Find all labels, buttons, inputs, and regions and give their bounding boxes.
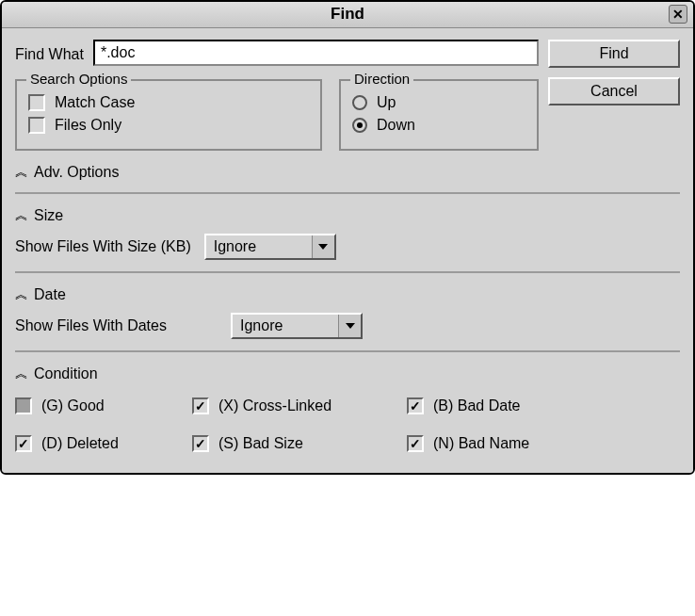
size-heading: Size [34,207,63,224]
direction-legend: Direction [350,71,413,87]
find-dialog: Find ✕ Find What Search Options Match Ca… [0,0,695,475]
dropdown-arrow-icon [312,235,334,258]
files-only-checkbox[interactable] [28,117,45,134]
condition-good-label: (G) Good [41,397,105,414]
separator [15,192,680,194]
condition-badname-label: (N) Bad Name [433,435,529,452]
condition-crosslinked-checkbox[interactable]: ✓ [192,397,209,414]
condition-deleted-checkbox[interactable]: ✓ [15,435,32,452]
close-button[interactable]: ✕ [669,5,687,24]
size-select-value: Ignore [206,238,312,255]
find-button[interactable]: Find [548,40,680,68]
date-toggle[interactable]: ︽ Date [15,286,680,303]
separator [15,350,680,352]
svg-marker-1 [346,323,355,329]
find-what-input[interactable] [93,40,539,66]
search-options-group: Search Options Match Case Files Only [15,79,322,151]
date-select-value: Ignore [233,317,338,334]
condition-baddate-checkbox[interactable]: ✓ [407,397,424,414]
direction-up-radio[interactable] [352,95,367,110]
date-label: Show Files With Dates [15,317,218,334]
chevron-up-icon: ︽ [15,365,26,382]
adv-options-toggle[interactable]: ︽ Adv. Options [15,164,680,181]
condition-heading: Condition [34,365,98,382]
search-options-legend: Search Options [26,71,131,87]
adv-options-label: Adv. Options [34,164,119,181]
separator [15,271,680,273]
dialog-content: Find What Search Options Match Case File… [2,28,693,473]
titlebar: Find ✕ [2,2,693,28]
date-select[interactable]: Ignore [231,313,363,339]
svg-marker-0 [318,244,328,250]
chevron-up-icon: ︽ [15,286,26,303]
condition-good-checkbox[interactable] [15,397,32,414]
find-what-label: Find What [15,42,84,63]
close-icon: ✕ [672,7,684,22]
radio-selected-dot-icon [357,122,363,128]
condition-baddate-label: (B) Bad Date [433,397,520,414]
chevron-up-icon: ︽ [15,164,26,181]
cancel-button[interactable]: Cancel [548,77,680,105]
dropdown-arrow-icon [338,315,361,337]
files-only-label: Files Only [55,117,121,134]
direction-down-radio[interactable] [352,118,367,133]
direction-up-label: Up [377,94,396,111]
direction-group: Direction Up Down [339,79,539,151]
match-case-checkbox[interactable] [28,94,45,111]
match-case-label: Match Case [55,94,135,111]
condition-toggle[interactable]: ︽ Condition [15,365,680,382]
chevron-up-icon: ︽ [15,207,26,224]
condition-badsize-checkbox[interactable]: ✓ [192,435,209,452]
size-select[interactable]: Ignore [204,234,336,260]
size-toggle[interactable]: ︽ Size [15,207,680,224]
date-heading: Date [34,286,66,303]
condition-badname-checkbox[interactable]: ✓ [407,435,424,452]
window-title: Find [331,5,364,23]
condition-crosslinked-label: (X) Cross-Linked [218,397,331,414]
direction-down-label: Down [377,117,415,134]
size-label: Show Files With Size (KB) [15,238,191,255]
condition-deleted-label: (D) Deleted [41,435,119,452]
condition-badsize-label: (S) Bad Size [218,435,303,452]
